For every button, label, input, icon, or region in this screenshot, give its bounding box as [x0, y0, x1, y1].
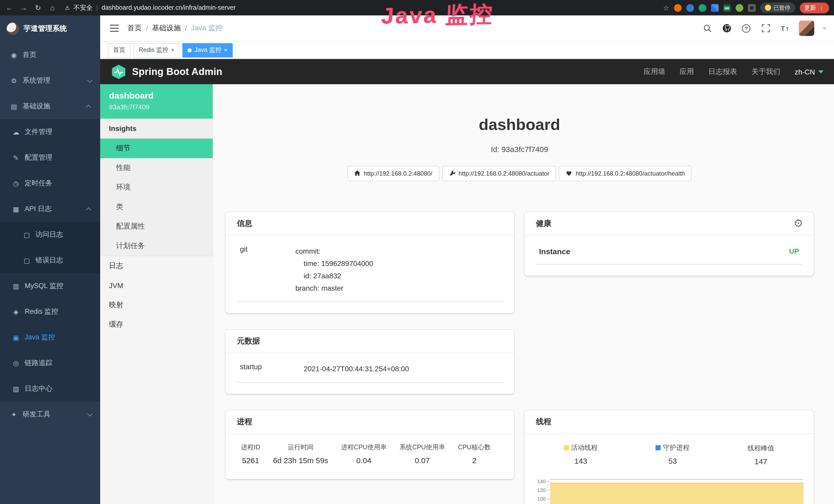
sidebar-item-api-logs[interactable]: API 日志: [0, 196, 100, 222]
sidebar-item-file-management[interactable]: 文件管理: [0, 119, 100, 145]
active-dot: [188, 48, 192, 52]
instance-id: 93a3fc7f7409: [109, 103, 204, 111]
card-health-body: Instance UP: [525, 235, 814, 275]
sba-menu-scheduled-tasks[interactable]: 计划任务: [100, 236, 213, 256]
github-icon[interactable]: [721, 22, 733, 35]
extension-icon-blue-grid[interactable]: [711, 4, 719, 12]
instance-header[interactable]: dashboard 93a3fc7f7409: [100, 84, 213, 119]
extension-icon-orange[interactable]: [674, 4, 681, 12]
sba-menu-performance[interactable]: 性能: [100, 158, 213, 178]
sba-nav-wallboard[interactable]: 应用墙: [644, 67, 665, 76]
sidebar-item-dev-tools[interactable]: 研发工具: [0, 402, 100, 427]
sba-menu-jvm[interactable]: JVM: [100, 276, 213, 295]
security-warning-icon[interactable]: [65, 4, 70, 11]
back-icon[interactable]: [5, 4, 13, 12]
sba-nav-applications[interactable]: 应用: [680, 67, 694, 76]
wrench-icon: [449, 170, 455, 177]
breadcrumb-separator: /: [185, 24, 187, 32]
tab-home[interactable]: 首页: [108, 43, 130, 57]
sidebar-item-redis-monitor[interactable]: Redis 监控: [0, 299, 100, 324]
search-icon[interactable]: [701, 22, 713, 35]
sidebar-item-java-monitor[interactable]: Java 监控: [0, 324, 100, 350]
sba-menu-details[interactable]: 细节: [100, 139, 213, 158]
tab-redis-monitor[interactable]: Redis 监控: [134, 43, 179, 57]
font-size-icon[interactable]: TT: [779, 22, 791, 35]
sba-menu-config-props[interactable]: 配置属性: [100, 217, 213, 236]
sidebar-item-home[interactable]: 首页: [0, 42, 100, 68]
sidebar-item-scheduled-tasks[interactable]: 定时任务: [0, 170, 100, 196]
info-line: id: 27aa832: [295, 269, 373, 282]
tab-java-monitor[interactable]: Java 监控: [183, 43, 233, 57]
link-service-url[interactable]: http://192.168.0.2:48080/: [347, 166, 439, 181]
chevron-down-icon: [818, 70, 823, 73]
link-health-url[interactable]: http://192.168.0.2:48080/actuator/health: [559, 166, 692, 181]
extensions-puzzle-icon[interactable]: [748, 4, 755, 12]
sba-nav-about[interactable]: 关于我们: [751, 67, 780, 76]
sidebar-item-mysql-monitor[interactable]: MySQL 监控: [0, 273, 100, 299]
stat-label: 线程峰值: [747, 443, 774, 453]
url-text: dashboard.yudao.iocoder.cn/infra/admin-s…: [102, 4, 236, 11]
process-col-system-cpu: 系统CPU使用率 0.07: [399, 443, 445, 464]
sidebar-item-system-management[interactable]: 系统管理: [0, 68, 100, 93]
sba-sidebar: dashboard 93a3fc7f7409 Insights 细节 性能 环境…: [100, 84, 213, 504]
forward-icon[interactable]: [20, 4, 28, 12]
stat-label: 活动线程: [571, 443, 598, 452]
sba-nav-journal[interactable]: 日志报表: [708, 67, 737, 76]
sidebar-item-label: Java 监控: [25, 333, 55, 342]
extension-icon-green-check[interactable]: [698, 4, 706, 12]
bookmark-star-icon[interactable]: [663, 4, 669, 12]
cards-grid: 信息 git commit: time: 1596289704000 id: 2…: [225, 212, 813, 504]
api-log-icon: [12, 205, 20, 213]
info-line: commit:: [295, 245, 373, 257]
sba-menu-insights[interactable]: Insights: [100, 119, 213, 139]
help-icon[interactable]: ?: [740, 22, 752, 35]
sidebar-item-access-logs[interactable]: 访问日志: [0, 222, 100, 248]
sidebar-item-link-tracing[interactable]: 链路追踪: [0, 350, 100, 376]
legend-swatch-daemon: [656, 445, 661, 450]
sba-menu-classes[interactable]: 类: [100, 197, 213, 217]
chrome-update-button[interactable]: 更新: [799, 2, 829, 13]
profile-paused-chip[interactable]: 已暂停: [760, 3, 795, 13]
stat-daemon-threads: 守护进程 53: [656, 443, 690, 465]
breadcrumb-infrastructure[interactable]: 基础设施: [152, 24, 181, 33]
process-col-pid: 进程ID 5261: [241, 443, 260, 464]
user-avatar[interactable]: [798, 21, 814, 36]
chevron-up-icon: [86, 207, 91, 212]
sba-menu-environment[interactable]: 环境: [100, 178, 213, 197]
y-tick-label: 140: [537, 478, 546, 484]
extension-icon-green-leaf[interactable]: [736, 4, 743, 12]
close-icon[interactable]: [171, 47, 174, 53]
sba-menu-logs[interactable]: 日志: [100, 256, 213, 276]
sba-menu-mappings[interactable]: 映射: [100, 295, 213, 315]
health-icon: [566, 170, 572, 177]
spring-boot-admin: Spring Boot Admin 应用墙 应用 日志报表 关于我们 zh-CN: [100, 59, 834, 504]
sidebar-item-log-center[interactable]: 日志中心: [0, 376, 100, 402]
info-line: time: 1596289704000: [295, 257, 373, 269]
sidebar-item-error-logs[interactable]: 错误日志: [0, 248, 100, 273]
extension-icon-on-badge[interactable]: on: [723, 4, 731, 12]
app-logo[interactable]: 芋道管理系统: [0, 16, 100, 42]
address-bar[interactable]: 不安全 | dashboard.yudao.iocoder.cn/infra/a…: [65, 3, 236, 12]
link-actuator-url[interactable]: http://192.168.0.2:48080/actuator: [442, 166, 556, 181]
process-table: 进程ID 5261 运行时间 6d 23h 15m 59s: [225, 434, 514, 467]
fullscreen-icon[interactable]: [760, 22, 772, 35]
hamburger-icon[interactable]: [108, 22, 120, 35]
threads-chart: 140 120 100: [531, 474, 804, 504]
sidebar-item-infrastructure[interactable]: 基础设施: [0, 93, 100, 119]
card-health-title: 健康: [536, 219, 551, 228]
close-icon[interactable]: [224, 47, 227, 53]
home-icon[interactable]: [48, 4, 57, 12]
avatar-caret-icon[interactable]: [822, 27, 826, 29]
history-icon[interactable]: [794, 219, 802, 228]
breadcrumb-home[interactable]: 首页: [127, 24, 142, 33]
doc-icon: [23, 256, 31, 264]
sidebar-item-config-management[interactable]: 配置管理: [0, 145, 100, 170]
sba-menu-caches[interactable]: 缓存: [100, 315, 213, 334]
reload-icon[interactable]: [34, 4, 42, 12]
instance-links: http://192.168.0.2:48080/ http://192.168…: [225, 166, 813, 181]
card-process: 进程 进程ID 5261 运行时间: [225, 410, 514, 479]
extension-icon-blue-drop[interactable]: [686, 4, 694, 12]
language-selector[interactable]: zh-CN: [795, 68, 823, 76]
dashboard-icon: [10, 51, 18, 59]
metadata-row-startup: startup 2021-04-27T00:44:31.254+08:00: [237, 353, 503, 382]
